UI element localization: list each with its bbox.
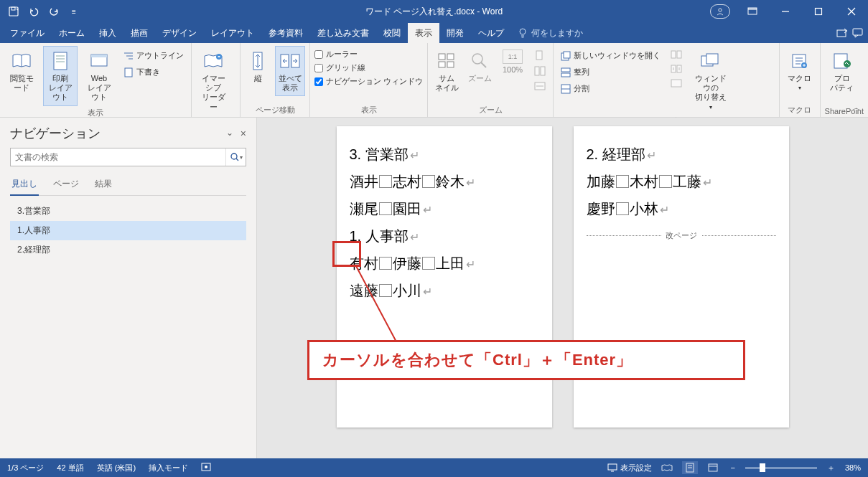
close-button[interactable] [835,0,868,23]
sync-scroll-button[interactable] [668,63,685,75]
user-account-icon[interactable] [710,4,730,19]
ribbon-group-macros: マクロ▾ マクロ [780,43,821,117]
tab-help[interactable]: ヘルプ [471,23,511,43]
status-word-count[interactable]: 42 単語 [57,463,83,473]
tab-layout[interactable]: レイアウト [204,23,261,43]
tab-mailings[interactable]: 差し込み文書 [310,23,376,43]
nav-tab-results[interactable]: 結果 [93,175,113,195]
nav-heading-item[interactable]: 2.経理部 [10,240,246,260]
zoom-out-button[interactable]: − [728,463,738,472]
page-right[interactable]: 2. 経理部↵加藤木村工藤↵慶野小林↵改ページ [574,126,789,428]
nav-tab-pages[interactable]: ページ [52,175,80,195]
svg-rect-42 [564,52,570,58]
comments-icon[interactable] [852,28,864,38]
annotation-cursor-marker [332,241,361,267]
ruler-checkbox[interactable]: ルーラー [314,49,423,60]
vertical-pages-button[interactable]: 縦 [245,46,271,87]
zoom-100-button[interactable]: 1:1100% [498,46,527,78]
svg-point-34 [472,54,482,64]
search-icon[interactable]: ▾ [225,148,246,166]
ribbon: 閲覧モード 印刷 レイアウト Web レイアウト アウトライン 下書き 表示 イ… [0,43,868,118]
new-window-button[interactable]: 新しいウィンドウを開く [558,49,663,62]
tab-review[interactable]: 校閲 [376,23,408,43]
tell-me-search[interactable]: 何をしますか [511,27,590,39]
svg-line-59 [236,159,238,161]
multi-page-button[interactable] [531,65,549,77]
zoom-icon [468,49,491,72]
nav-tabs: 見出し ページ 結果 [10,175,246,196]
status-page[interactable]: 1/3 ページ [7,463,44,473]
redo-icon[interactable] [45,2,63,21]
print-layout-button[interactable]: 印刷 レイアウト [43,46,78,106]
svg-rect-32 [439,62,445,67]
collapse-ribbon-icon[interactable]: ︿ [852,102,861,114]
web-layout-view-icon[interactable] [705,461,721,474]
macros-button[interactable]: マクロ▾ [784,46,816,95]
maximize-button[interactable] [802,0,835,23]
ribbon-group-immersive: イマーシブ リーダー イマーシブ [192,43,241,117]
svg-rect-14 [853,29,862,35]
tab-design[interactable]: デザイン [155,23,204,43]
thumbnail-button[interactable]: サム ネイル [432,46,461,96]
page-left[interactable]: 3. 営業部↵酒井志村鈴木↵瀬尾園田↵1. 人事部↵有村伊藤上田↵遠藤小川↵ [337,126,552,428]
navigation-pane: ナビゲーション ⌄ × ▾ 見出し ページ 結果 3.営業部 1.人事部 2.経… [0,118,257,458]
status-macro-icon[interactable] [201,463,211,473]
outline-view-button[interactable]: アウトライン [121,49,187,62]
view-side-button[interactable] [668,49,685,60]
document-area[interactable]: 3. 営業部↵酒井志村鈴木↵瀬尾園田↵1. 人事部↵有村伊藤上田↵遠藤小川↵ 2… [257,118,868,458]
gridlines-checkbox[interactable]: グリッド線 [314,62,423,73]
read-mode-button[interactable]: 閲覧モード [4,46,39,96]
arrange-all-button[interactable]: 整列 [558,65,663,79]
nav-heading-list: 3.営業部 1.人事部 2.経理部 [10,202,246,260]
minimize-button[interactable] [769,0,802,23]
zoom-slider[interactable] [745,467,817,469]
immersive-reader-button[interactable]: イマーシブ リーダー [196,46,230,115]
tab-home[interactable]: ホーム [52,23,92,43]
title-bar: ≡ ワード ページ入れ替え.docx - Word [0,0,868,23]
zoom-button[interactable]: ズーム [465,46,494,87]
web-layout-button[interactable]: Web レイアウト [82,46,116,106]
tab-draw[interactable]: 描画 [123,23,155,43]
nav-options-icon[interactable]: ⌄ [226,128,233,139]
status-insert-mode[interactable]: 挿入モード [149,463,188,473]
tab-insert[interactable]: 挿入 [92,23,123,43]
navpane-checkbox[interactable]: ナビゲーション ウィンドウ [314,76,423,87]
status-language[interactable]: 英語 (米国) [97,463,136,473]
nav-close-icon[interactable]: × [241,128,246,139]
properties-button[interactable]: プロ パティ [825,46,859,96]
side-icon [279,49,302,72]
read-mode-view-icon[interactable] [659,461,675,474]
svg-rect-43 [561,68,570,72]
ribbon-display-options-icon[interactable] [736,0,769,23]
tab-view[interactable]: 表示 [408,23,439,43]
print-layout-view-icon[interactable] [682,461,698,474]
search-input[interactable] [11,148,225,166]
customize-qat-icon[interactable]: ≡ [65,2,83,21]
draft-view-button[interactable]: 下書き [121,65,187,79]
switch-windows-button[interactable]: ウィンドウの 切り替え▾ [689,46,732,114]
nav-search[interactable]: ▾ [10,148,246,166]
ribbon-group-label: 表示 [4,106,187,118]
zoom-in-button[interactable]: ＋ [824,463,838,473]
tab-developer[interactable]: 開発 [439,23,471,43]
page-width-button[interactable] [531,80,549,92]
one-page-button[interactable] [531,49,549,62]
svg-point-10 [520,29,526,34]
zoom-level[interactable]: 38% [845,463,861,472]
display-settings-icon[interactable]: 表示設定 [607,463,652,473]
nav-heading-item[interactable]: 1.人事部 [10,221,246,240]
svg-point-61 [205,466,207,468]
save-icon[interactable] [4,2,23,21]
split-button[interactable]: 分割 [558,82,663,95]
svg-rect-33 [447,62,454,67]
tab-references[interactable]: 参考資料 [261,23,310,43]
reset-window-button[interactable] [668,77,685,89]
undo-icon[interactable] [24,2,43,21]
nav-tab-headings[interactable]: 見出し [10,175,39,196]
svg-rect-31 [447,54,454,60]
tab-file[interactable]: ファイル [3,23,52,43]
nav-heading-item[interactable]: 3.営業部 [10,202,246,221]
side-by-side-button[interactable]: 並べて 表示 [275,46,305,96]
vertical-icon [246,49,269,72]
share-icon[interactable] [836,28,848,38]
